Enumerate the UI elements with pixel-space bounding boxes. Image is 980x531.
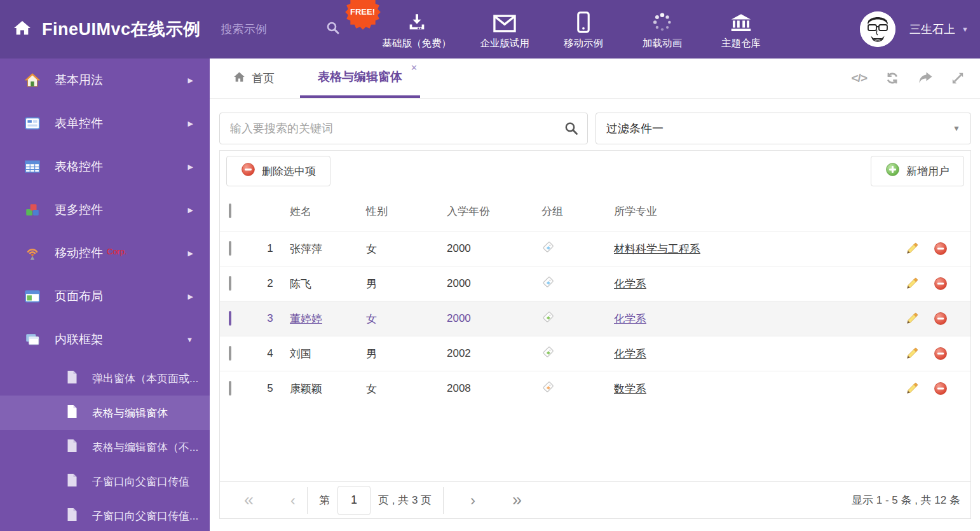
avatar xyxy=(860,11,895,47)
edit-pencil-icon[interactable] xyxy=(905,242,919,256)
cell-name: 康颖颖 xyxy=(289,382,365,396)
sidebar-subitem-child-to-parent[interactable]: 子窗口向父窗口传值 xyxy=(0,464,210,499)
free-badge-label: FREE! xyxy=(344,0,381,31)
tab-active-label: 表格与编辑窗体 xyxy=(318,69,402,85)
pagination-bar: « ‹ 第 页 , 共 3 页 › » 显示 1 - 5 条 , 共 12 条 xyxy=(220,481,970,518)
nav-item-theme-store[interactable]: 主题仓库 xyxy=(716,9,766,50)
sidebar-subitem-grid-edit-window-2[interactable]: 表格与编辑窗体（不... xyxy=(0,430,210,464)
edit-pencil-icon[interactable] xyxy=(905,312,919,326)
row-checkbox[interactable] xyxy=(229,311,231,326)
row-checkbox[interactable] xyxy=(229,346,231,361)
fullscreen-icon[interactable] xyxy=(951,71,965,85)
file-icon xyxy=(66,370,78,387)
sidebar-item-iframe[interactable]: 内联框架 ▼ xyxy=(0,318,210,361)
tab-home-label: 首页 xyxy=(252,71,275,86)
filter-dropdown[interactable]: 过滤条件一 ▼ xyxy=(595,113,971,144)
divider xyxy=(307,487,308,514)
grid-panel: 删除选中项 新增用户 姓名 性别 入学年份 分组 所学专业 xyxy=(219,150,971,519)
sidebar-subitem-child-to-parent-2[interactable]: 子窗口向父窗口传值... xyxy=(0,499,210,531)
nav-label: 加载动画 xyxy=(643,37,682,50)
header-search-icon[interactable] xyxy=(325,20,341,38)
sidebar-item-basic-usage[interactable]: 基本用法 ▶ xyxy=(0,59,210,102)
cell-name: 张萍萍 xyxy=(289,242,365,256)
major-link[interactable]: 化学系 xyxy=(614,278,646,290)
row-checkbox[interactable] xyxy=(229,276,231,291)
tab-grid-edit-window[interactable]: 表格与编辑窗体 ✕ xyxy=(300,59,420,98)
edit-pencil-icon[interactable] xyxy=(905,277,919,291)
sidebar-subitem-grid-edit-window[interactable]: 表格与编辑窗体 xyxy=(0,396,210,430)
free-badge: FREE! xyxy=(344,0,381,31)
nav-item-loading-animation[interactable]: 加载动画 xyxy=(637,9,688,50)
cubes-icon xyxy=(24,202,41,218)
nav-item-basic-free[interactable]: FREE! 基础版（免费） xyxy=(383,9,452,50)
expand-arrow-icon: ▶ xyxy=(188,206,193,214)
collapse-arrow-icon: ▼ xyxy=(186,336,193,343)
last-page-button[interactable]: » xyxy=(512,492,522,509)
cell-year: 2000 xyxy=(446,312,536,325)
nav-label: 基础版（免费） xyxy=(383,37,452,50)
tag-icon xyxy=(541,314,555,326)
data-grid: 姓名 性别 入学年份 分组 所学专业 1 张萍萍 女 2000 xyxy=(220,191,970,406)
open-new-window-icon[interactable] xyxy=(918,71,933,85)
header-search-input[interactable] xyxy=(221,23,316,36)
major-link[interactable]: 材料科学与工程系 xyxy=(614,243,700,255)
cell-name[interactable]: 董婷婷 xyxy=(290,313,322,325)
file-icon xyxy=(66,439,78,455)
tab-content: 过滤条件一 ▼ 删除选中项 新增用户 xyxy=(210,99,980,519)
delete-row-icon[interactable] xyxy=(934,347,948,361)
expand-arrow-icon: ▶ xyxy=(188,76,193,85)
cell-gender: 女 xyxy=(365,382,446,396)
table-row: 5 康颖颖 女 2008 数学系 xyxy=(220,371,970,406)
keyword-search-input[interactable] xyxy=(219,113,588,144)
sidebar-item-page-layout[interactable]: 页面布局 ▶ xyxy=(0,275,210,318)
table-row: 1 张萍萍 女 2000 材料科学与工程系 xyxy=(220,231,970,266)
corp-tag: Corp. xyxy=(107,247,127,256)
table-row-selected: 3 董婷婷 女 2000 化学系 xyxy=(220,301,970,336)
user-menu[interactable]: 三生石上 ▼ xyxy=(860,11,969,47)
row-checkbox[interactable] xyxy=(229,381,231,396)
cell-gender: 女 xyxy=(365,312,446,326)
download-icon xyxy=(406,9,428,33)
sidebar-item-mobile-controls[interactable]: 移动控件 Corp. ▶ xyxy=(0,231,210,275)
delete-row-icon[interactable] xyxy=(934,312,948,326)
select-all-checkbox[interactable] xyxy=(229,203,231,218)
major-link[interactable]: 化学系 xyxy=(614,348,646,360)
delete-selected-button[interactable]: 删除选中项 xyxy=(226,156,330,186)
source-code-icon[interactable]: </> xyxy=(852,71,867,85)
app-home-icon[interactable] xyxy=(13,19,32,39)
expand-arrow-icon: ▶ xyxy=(188,120,193,128)
table-row: 4 刘国 男 2002 化学系 xyxy=(220,336,970,371)
first-page-button[interactable]: « xyxy=(244,492,254,509)
record-summary: 显示 1 - 5 条 , 共 12 条 xyxy=(852,493,960,507)
page-number-input[interactable] xyxy=(337,486,371,515)
delete-row-icon[interactable] xyxy=(934,277,948,291)
sidebar-item-grid-controls[interactable]: 表格控件 ▶ xyxy=(0,145,210,188)
next-page-button[interactable]: › xyxy=(470,493,475,508)
prev-page-button[interactable]: ‹ xyxy=(290,493,296,508)
row-checkbox[interactable] xyxy=(229,241,231,256)
nav-item-mobile-demo[interactable]: 移动示例 xyxy=(558,9,609,50)
sidebar-item-more-controls[interactable]: 更多控件 ▶ xyxy=(0,188,210,231)
search-icon[interactable] xyxy=(564,121,579,139)
cell-year: 2008 xyxy=(446,382,536,395)
major-link[interactable]: 化学系 xyxy=(614,313,646,325)
delete-row-icon[interactable] xyxy=(934,242,948,256)
tag-icon xyxy=(541,349,555,361)
refresh-icon[interactable] xyxy=(885,71,900,86)
table-icon xyxy=(24,158,41,175)
major-link[interactable]: 数学系 xyxy=(614,383,646,395)
edit-pencil-icon[interactable] xyxy=(905,382,919,396)
add-user-button[interactable]: 新增用户 xyxy=(871,156,964,186)
delete-row-icon[interactable] xyxy=(934,382,948,396)
nav-item-enterprise-trial[interactable]: 企业版试用 xyxy=(479,9,530,50)
filter-row: 过滤条件一 ▼ xyxy=(219,113,971,144)
tab-close-icon[interactable]: ✕ xyxy=(411,64,418,72)
sidebar-item-form-controls[interactable]: 表单控件 ▶ xyxy=(0,102,210,145)
user-caret-icon: ▼ xyxy=(962,25,969,33)
spinner-icon xyxy=(651,9,673,33)
frames-icon xyxy=(24,331,41,348)
grid-toolbar: 删除选中项 新增用户 xyxy=(220,151,970,191)
tab-home[interactable]: 首页 xyxy=(229,59,278,98)
sidebar-subitem-popup-window[interactable]: 弹出窗体（本页面或... xyxy=(0,361,210,396)
edit-pencil-icon[interactable] xyxy=(905,347,919,361)
